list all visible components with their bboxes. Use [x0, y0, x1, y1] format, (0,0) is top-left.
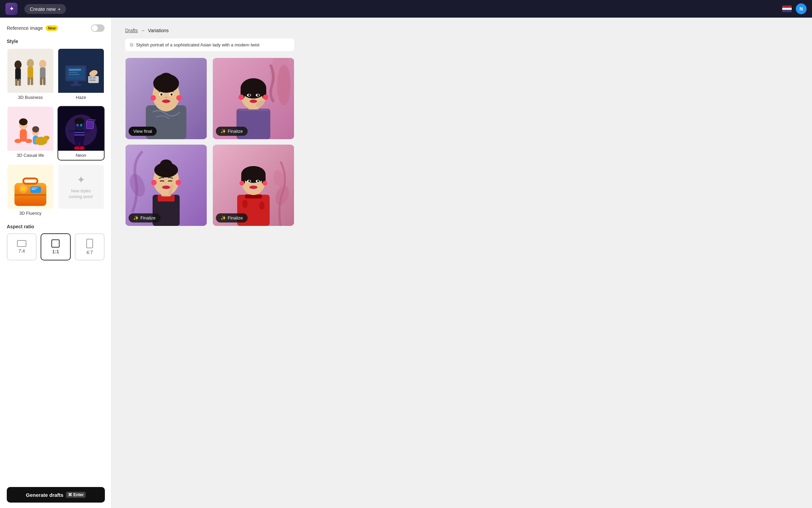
svg-point-47 — [76, 124, 78, 126]
finalize-icon-2: ✨ — [221, 129, 226, 134]
svg-rect-3 — [15, 79, 18, 86]
finalize-button-4[interactable]: ✨ Finalize — [216, 213, 248, 223]
style-thumbnail-neon — [58, 107, 104, 151]
breadcrumb-variations: Variations — [148, 28, 168, 33]
style-name-fluency: 3D Fluency — [7, 209, 53, 218]
style-name-coming-soon — [58, 209, 104, 213]
svg-point-128 — [263, 181, 267, 186]
svg-point-77 — [162, 100, 170, 103]
style-card-coming-soon: ✦ New stylescoming soon! — [58, 164, 105, 218]
breadcrumb: Drafts → Variations — [125, 28, 798, 33]
svg-point-48 — [80, 124, 82, 126]
aspect-ratio-1-1[interactable]: 1:1 — [41, 233, 70, 260]
svg-point-92 — [257, 94, 259, 96]
svg-rect-66 — [31, 189, 36, 190]
svg-rect-65 — [31, 188, 38, 188]
svg-point-28 — [19, 119, 27, 126]
style-name-neon: Neon — [58, 151, 104, 160]
style-thumbnail-haze — [58, 49, 104, 93]
style-grid: 3D Business — [7, 48, 105, 218]
finalize-label-4: Finalize — [228, 215, 243, 220]
svg-point-109 — [176, 180, 181, 185]
svg-rect-26 — [7, 107, 53, 151]
sidebar: Reference image New Style — [0, 18, 112, 508]
style-card-haze[interactable]: Haze — [58, 48, 105, 103]
style-name-haze: Haze — [58, 93, 104, 102]
language-flag[interactable] — [782, 5, 792, 12]
prompt-bar: ⧉ Stylish portrait of a sophisticated As… — [125, 39, 294, 51]
svg-rect-17 — [69, 72, 77, 73]
reference-image-row: Reference image New — [7, 24, 105, 32]
aspect-ratio-title: Aspect ratio — [7, 224, 105, 229]
svg-rect-12 — [43, 78, 45, 85]
plus-icon: + — [58, 6, 61, 12]
image-card-3[interactable]: ✨ Finalize — [125, 145, 207, 226]
reference-image-toggle[interactable] — [91, 24, 105, 32]
style-section-title: Style — [7, 39, 105, 44]
generate-drafts-label: Generate drafts — [26, 492, 64, 498]
finalize-button-3[interactable]: ✨ Finalize — [129, 213, 160, 223]
svg-rect-20 — [70, 84, 81, 86]
finalize-icon-3: ✨ — [133, 215, 139, 220]
style-card-casual[interactable]: 3D Casual life — [7, 106, 54, 161]
images-grid: View final — [125, 58, 294, 226]
prompt-text: Stylish portrait of a sophisticated Asia… — [136, 42, 260, 47]
svg-point-95 — [239, 94, 244, 100]
style-card-3d-business[interactable]: 3D Business — [7, 48, 54, 103]
svg-point-124 — [248, 180, 250, 182]
svg-point-79 — [176, 95, 182, 101]
svg-point-5 — [27, 59, 34, 68]
aspect-ratio-7-4[interactable]: 7:4 — [7, 233, 37, 260]
svg-rect-18 — [69, 74, 79, 75]
finalize-button-2[interactable]: ✨ Finalize — [216, 127, 248, 136]
svg-point-91 — [248, 94, 250, 96]
app-header: ✦ Create new + N — [0, 0, 812, 18]
svg-point-76 — [171, 93, 173, 96]
svg-point-72 — [159, 73, 173, 84]
svg-point-106 — [162, 186, 170, 189]
svg-rect-11 — [40, 78, 42, 85]
svg-rect-46 — [85, 130, 90, 132]
main-content: Drafts → Variations ⧉ Stylish portrait o… — [112, 18, 812, 508]
image-card-1[interactable]: View final — [125, 58, 207, 139]
svg-rect-45 — [69, 130, 74, 132]
svg-rect-2 — [15, 68, 21, 81]
style-name-business: 3D Business — [7, 93, 53, 102]
aspect-ratio-row: 7:4 1:1 4:7 — [7, 233, 105, 260]
breadcrumb-arrow: → — [140, 28, 145, 33]
svg-point-125 — [257, 180, 259, 182]
create-new-button[interactable]: Create new + — [24, 4, 66, 14]
svg-point-1 — [15, 61, 22, 69]
svg-point-37 — [25, 139, 32, 143]
new-badge: New — [46, 25, 58, 31]
aspect-ratio-4-7[interactable]: 4:7 — [75, 233, 105, 260]
svg-rect-63 — [21, 187, 26, 191]
view-final-label: View final — [133, 129, 152, 134]
style-thumbnail-casual — [7, 107, 53, 151]
user-avatar[interactable]: N — [796, 3, 807, 14]
svg-point-82 — [277, 65, 291, 105]
breadcrumb-drafts[interactable]: Drafts — [125, 28, 138, 33]
style-thumbnail-fluency — [7, 165, 53, 209]
svg-rect-22 — [89, 77, 92, 79]
finalize-icon-4: ✨ — [221, 215, 226, 220]
svg-point-115 — [259, 202, 265, 210]
view-final-button-1[interactable]: View final — [129, 127, 157, 136]
coming-soon-text: New stylescoming soon! — [69, 188, 93, 200]
svg-point-105 — [160, 160, 172, 169]
image-card-2[interactable]: ✨ Finalize — [212, 58, 294, 139]
svg-point-126 — [249, 186, 257, 189]
create-new-label: Create new — [30, 6, 56, 12]
svg-point-52 — [79, 146, 85, 150]
style-card-neon[interactable]: Neon — [58, 106, 105, 161]
svg-rect-10 — [40, 68, 46, 79]
svg-rect-7 — [27, 78, 30, 85]
svg-point-36 — [15, 139, 22, 143]
generate-drafts-button[interactable]: Generate drafts ⌘ Enter — [7, 487, 105, 503]
svg-point-96 — [263, 94, 268, 100]
finalize-label-3: Finalize — [140, 215, 156, 220]
svg-point-108 — [151, 180, 157, 185]
image-card-4[interactable]: ✨ Finalize — [212, 145, 294, 226]
style-name-casual: 3D Casual life — [7, 151, 53, 160]
style-card-fluency[interactable]: 3D Fluency — [7, 164, 54, 218]
